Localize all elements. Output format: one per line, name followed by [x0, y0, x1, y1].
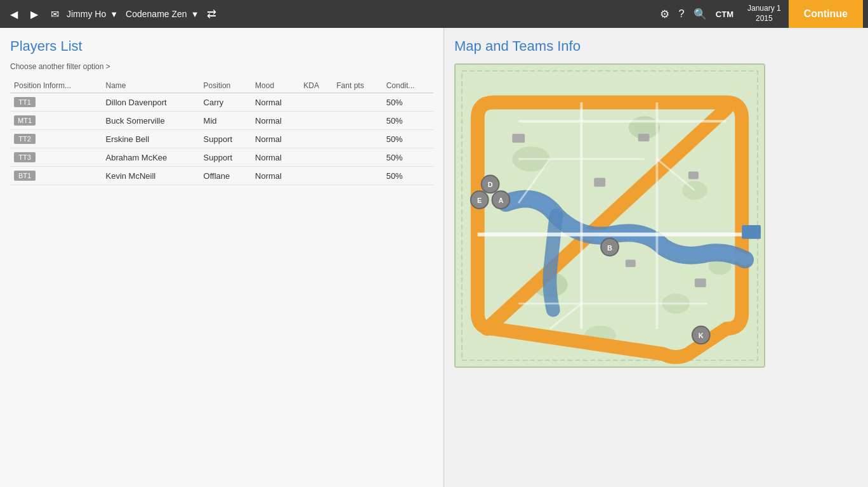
map-svg: D E A B K: [456, 65, 764, 367]
player-name-cell: Dillon Davenport: [102, 93, 199, 112]
filter-option-link[interactable]: Choose another filter option >: [10, 62, 433, 71]
mail-button[interactable]: ✉: [46, 6, 64, 23]
back-button[interactable]: ◀: [5, 6, 23, 23]
player-mood-cell: Normal: [251, 167, 299, 185]
player-fantpts-cell: [332, 112, 382, 130]
player-position-cell: Support: [200, 130, 251, 148]
player-position-cell: Offlane: [200, 167, 251, 185]
player-kda-cell: [299, 93, 332, 112]
user-name: Jimmy Ho: [67, 9, 106, 19]
search-button[interactable]: 🔍: [694, 8, 707, 21]
forward-button[interactable]: ▶: [25, 6, 43, 23]
svg-text:A: A: [499, 197, 504, 204]
position-badge: TT1: [14, 97, 36, 107]
user-info: Jimmy Ho ▼: [67, 9, 118, 19]
table-row[interactable]: BT1 Kevin McNeill Offlane Normal 50%: [10, 167, 433, 185]
table-row[interactable]: TT1 Dillon Davenport Carry Normal 50%: [10, 93, 433, 112]
player-mood-cell: Normal: [251, 93, 299, 112]
col-position: Position: [200, 79, 251, 93]
player-fantpts-cell: [332, 167, 382, 185]
date-display: January 1 2015: [747, 4, 781, 23]
player-condition-cell: 50%: [383, 130, 433, 148]
table-row[interactable]: TT2 Erskine Bell Support Normal 50%: [10, 130, 433, 148]
col-name: Name: [102, 79, 199, 93]
player-mood-cell: Normal: [251, 112, 299, 130]
map-container: D E A B K: [454, 63, 765, 368]
player-kda-cell: [299, 148, 332, 167]
position-badge: TT2: [14, 134, 36, 144]
nav-icons-group: ⚙ ? 🔍 CTM January 1 2015: [660, 4, 786, 23]
player-name-cell: Abraham McKee: [102, 148, 199, 167]
player-condition-cell: 50%: [383, 167, 433, 185]
col-condition: Condit...: [383, 79, 433, 93]
svg-rect-35: [742, 225, 761, 239]
col-mood: Mood: [251, 79, 299, 93]
player-mood-cell: Normal: [251, 130, 299, 148]
player-position-cell: Carry: [200, 93, 251, 112]
player-badge-cell: TT1: [10, 93, 102, 112]
players-list-title: Players List: [10, 38, 433, 55]
col-fant-pts: Fant pts: [332, 79, 382, 93]
player-fantpts-cell: [332, 148, 382, 167]
continue-button[interactable]: Continue: [789, 0, 863, 28]
position-badge: MT1: [14, 115, 36, 126]
player-fantpts-cell: [332, 130, 382, 148]
svg-text:D: D: [488, 181, 493, 188]
svg-text:B: B: [607, 244, 612, 252]
player-badge-cell: TT3: [10, 148, 102, 167]
map-teams-title: Map and Teams Info: [454, 38, 858, 55]
ctm-label: CTM: [716, 10, 733, 19]
player-condition-cell: 50%: [383, 112, 433, 130]
col-kda: KDA: [299, 79, 332, 93]
svg-text:E: E: [477, 197, 482, 204]
settings-button[interactable]: ⚙: [660, 8, 669, 21]
player-kda-cell: [299, 167, 332, 185]
svg-rect-24: [695, 278, 706, 287]
svg-rect-20: [638, 134, 650, 141]
player-position-cell: Support: [200, 148, 251, 167]
table-row[interactable]: MT1 Buck Somerville Mid Normal 50%: [10, 112, 433, 130]
position-badge: BT1: [14, 171, 36, 181]
player-badge-cell: MT1: [10, 112, 102, 130]
team-name: Codename Zen: [126, 9, 187, 19]
player-position-cell: Mid: [200, 112, 251, 130]
svg-rect-19: [512, 134, 525, 143]
help-button[interactable]: ?: [678, 8, 684, 20]
player-mood-cell: Normal: [251, 148, 299, 167]
player-badge-cell: BT1: [10, 167, 102, 185]
player-name-cell: Buck Somerville: [102, 112, 199, 130]
player-condition-cell: 50%: [383, 148, 433, 167]
svg-rect-21: [688, 172, 699, 179]
table-row[interactable]: TT3 Abraham McKee Support Normal 50%: [10, 148, 433, 167]
svg-text:K: K: [699, 332, 704, 339]
team-info: Codename Zen ▼: [126, 9, 199, 19]
player-kda-cell: [299, 130, 332, 148]
player-kda-cell: [299, 112, 332, 130]
swap-button[interactable]: ⇄: [202, 4, 221, 23]
player-condition-cell: 50%: [383, 93, 433, 112]
top-navigation: ◀ ▶ ✉ Jimmy Ho ▼ Codename Zen ▼ ⇄ ⚙ ? 🔍 …: [0, 0, 868, 28]
players-table: Position Inform... Name Position Mood KD…: [10, 79, 433, 185]
player-badge-cell: TT2: [10, 130, 102, 148]
table-header-row: Position Inform... Name Position Mood KD…: [10, 79, 433, 93]
right-panel: Map and Teams Info: [444, 28, 868, 487]
main-content: Players List Choose another filter optio…: [0, 28, 868, 487]
player-fantpts-cell: [332, 93, 382, 112]
svg-rect-22: [594, 178, 605, 187]
team-dropdown-button[interactable]: ▼: [191, 10, 199, 19]
user-dropdown-button[interactable]: ▼: [110, 10, 118, 19]
left-panel: Players List Choose another filter optio…: [0, 28, 444, 487]
position-badge: TT3: [14, 152, 36, 162]
svg-rect-23: [626, 259, 636, 267]
col-position-inform: Position Inform...: [10, 79, 102, 93]
player-name-cell: Kevin McNeill: [102, 167, 199, 185]
player-name-cell: Erskine Bell: [102, 130, 199, 148]
